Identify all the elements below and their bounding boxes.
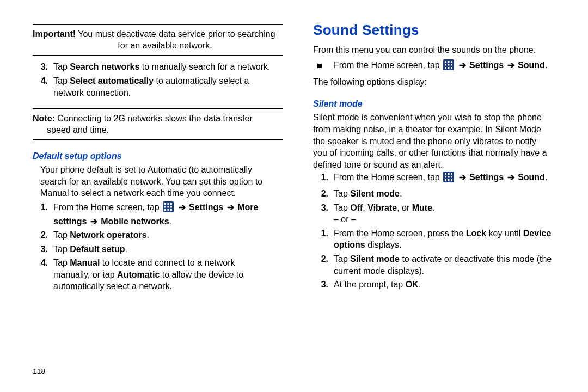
apps-grid-icon — [163, 201, 174, 216]
left-step-3-body: Tap Search networks to manually search f… — [53, 61, 283, 73]
silent-alt-2: 2. Tap Silent mode to activate or deacti… — [313, 253, 564, 277]
default-step-4-body: Tap Manual to locate and connect to a ne… — [53, 257, 283, 292]
ok-label: OK — [406, 280, 419, 289]
text: Tap — [334, 189, 350, 198]
text: , or — [397, 203, 412, 212]
text: automatically select a network. — [53, 281, 172, 291]
svg-rect-25 — [448, 176, 450, 178]
silent-alt-2-body: Tap Silent mode to activate or deactivat… — [334, 253, 564, 277]
text: defined tone or sound as an alert. — [313, 160, 443, 169]
default-setup-bold: Default setup — [70, 244, 125, 254]
text: From the Home screen, press the — [334, 229, 466, 238]
mute-label: Mute — [412, 203, 432, 212]
network-operators-label: Network operators — [70, 230, 146, 240]
silent-mode-paragraph: Silent mode is convenient when you wish … — [313, 112, 564, 170]
text: . — [419, 280, 421, 289]
silent-step-1: 1. From the Home screen, tap ➔ Settings … — [313, 171, 564, 186]
svg-rect-4 — [164, 206, 166, 207]
text: . — [125, 244, 127, 254]
text: . — [432, 203, 434, 212]
text: At the prompt, tap — [334, 280, 406, 289]
important-block: Important! You must deactivate data serv… — [33, 28, 283, 52]
num-2: 2. — [313, 253, 334, 277]
text: . — [400, 189, 402, 198]
num-2: 2. — [313, 188, 334, 200]
svg-rect-8 — [168, 209, 169, 211]
settings2-label: settings — [53, 217, 87, 226]
or-dash: – or – — [334, 215, 356, 224]
mobile-networks-label: Mobile networks — [101, 217, 169, 226]
arrow-icon: ➔ — [177, 203, 187, 212]
text: manually, or tap — [53, 270, 117, 279]
svg-rect-29 — [451, 179, 452, 181]
svg-rect-3 — [170, 203, 172, 205]
svg-rect-21 — [445, 173, 446, 175]
note-block: Note: Connecting to 2G networks slows th… — [33, 113, 283, 136]
note-label: Note: — [33, 114, 55, 123]
text: Tap — [53, 62, 70, 71]
silent-step-2: 2. Tap Silent mode. — [313, 188, 564, 200]
text: . — [169, 217, 171, 226]
silent-mode-bold: Silent mode — [350, 189, 400, 198]
following-options: The following options display: — [313, 76, 564, 88]
default-step-2: 2. Tap Network operators. — [33, 229, 283, 241]
svg-rect-13 — [451, 61, 452, 63]
svg-rect-26 — [451, 176, 452, 178]
text: Tap — [53, 76, 70, 85]
rule-before-note — [33, 108, 283, 109]
arrow-icon: ➔ — [506, 173, 516, 182]
silent-alt-3-body: At the prompt, tap OK. — [334, 279, 564, 291]
text: to locate and connect to a network — [100, 258, 235, 267]
left-step-3: 3. Tap Search networks to manually searc… — [33, 61, 283, 73]
arrow-icon: ➔ — [458, 60, 467, 70]
silent-mode-bold2: Silent mode — [350, 254, 400, 264]
rule-after-important — [33, 55, 283, 56]
text: Tap — [334, 254, 350, 264]
svg-rect-7 — [164, 209, 166, 211]
text: From the Home screen, tap — [334, 173, 442, 182]
silent-alt-3: 3. At the prompt, tap OK. — [313, 279, 564, 291]
text: to automatically select a — [154, 76, 249, 85]
num-3: 3. — [33, 61, 53, 73]
text: Tap — [334, 203, 350, 212]
text: . — [147, 230, 149, 240]
svg-rect-18 — [448, 67, 450, 69]
page-number: 118 — [33, 366, 45, 377]
important-label: Important! — [33, 29, 76, 39]
svg-rect-9 — [170, 209, 172, 211]
settings-label: Settings — [469, 60, 504, 70]
more-label: More — [237, 203, 258, 212]
svg-rect-2 — [168, 203, 169, 205]
text: key until — [486, 229, 523, 238]
settings-label: Settings — [189, 203, 223, 212]
right-column: Sound Settings From this menu you can co… — [313, 21, 564, 293]
svg-rect-12 — [448, 61, 450, 63]
default-step-1: 1. From the Home screen, tap ➔ Settings … — [33, 201, 283, 227]
text: Silent mode is convenient when you wish … — [313, 113, 542, 122]
text: displays. — [365, 240, 402, 249]
num-1: 1. — [313, 171, 334, 186]
text: you of incoming calls, or other function… — [313, 148, 547, 157]
text: Your phone default is set to Automatic (… — [40, 165, 252, 174]
text: Tap — [53, 244, 70, 254]
text: . — [545, 60, 547, 70]
num-4: 4. — [33, 75, 53, 99]
text: , — [363, 203, 367, 212]
manual-page: Important! You must deactivate data serv… — [0, 0, 588, 392]
svg-rect-1 — [164, 203, 166, 205]
silent-alt-1-body: From the Home screen, press the Lock key… — [334, 228, 564, 251]
sound-label: Sound — [518, 60, 545, 70]
default-step-3: 3. Tap Default setup. — [33, 243, 283, 255]
important-text-line1: You must deactivate data service prior t… — [76, 29, 275, 39]
search-networks-label: Search networks — [70, 62, 139, 71]
arrow-icon: ➔ — [226, 203, 235, 212]
text: Tap — [53, 230, 70, 240]
apps-grid-icon — [443, 59, 454, 74]
select-automatically-label: Select automatically — [70, 76, 154, 85]
apps-grid-icon — [443, 171, 454, 186]
text: current mode displays). — [334, 266, 424, 275]
svg-rect-11 — [445, 61, 446, 63]
silent-step-1-body: From the Home screen, tap ➔ Settings ➔ S… — [334, 171, 564, 186]
manual-label: Manual — [70, 258, 100, 267]
silent-step-3: 3. Tap Off, Vibrate, or Mute. – or – — [313, 202, 564, 225]
